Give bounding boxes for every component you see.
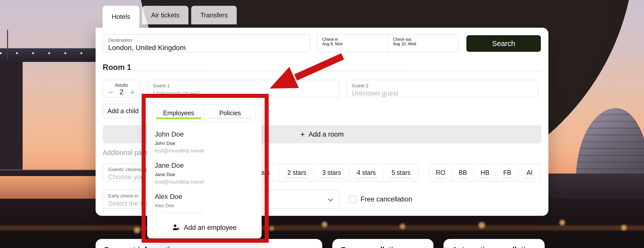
free-cancellation-card: Free cancellation [332, 239, 433, 248]
guest-1-field[interactable]: Guest 1 Unknown guest [147, 80, 340, 97]
filter-2-stars[interactable]: 2 stars [279, 164, 314, 181]
filter-label: BB [459, 169, 467, 176]
card-title: Automatic cancellation [452, 245, 536, 248]
check-in-field[interactable]: Check-in Aug 8, Mon [317, 35, 387, 52]
filter-label: AI [527, 169, 533, 176]
guest-picker-tabs: Employees Policies [153, 104, 256, 122]
list-item-employee[interactable]: Jane Doe Jane Doe test@roundtrip.travel [155, 161, 256, 185]
filter-label: HB [481, 169, 490, 176]
guest-2-field[interactable]: Guest 2 Unknown guest [346, 80, 538, 97]
filter-label: 5 stars [391, 169, 410, 176]
check-out-field[interactable]: Check-out Aug 10, Wed [387, 35, 458, 52]
active-tab-underline [156, 117, 201, 119]
filter-label: 2 stars [287, 169, 306, 176]
guest-picker-dropdown: Employees Policies John Doe John Doe tes… [147, 99, 262, 238]
destination-value: London, United Kingdom [108, 44, 305, 52]
inactive-tab-underline [209, 117, 251, 119]
board-filter-group: RO BB HB FB AI [429, 163, 541, 182]
add-person-icon [172, 224, 180, 231]
employee-full-name: John Doe [155, 140, 256, 146]
check-in-label: Check-in [322, 37, 382, 42]
filter-ro[interactable]: RO [430, 164, 451, 181]
room-title: Room 1 [103, 63, 131, 72]
add-room-label: Add a room [309, 131, 344, 138]
guest-1-placeholder: Unknown guest [153, 89, 334, 98]
filter-underline [525, 177, 535, 179]
filter-4-stars[interactable]: 4 stars [349, 164, 383, 181]
employee-name: Alex Doe [155, 193, 256, 201]
employee-list: John Doe John Doe test@roundtrip.travel … [155, 122, 256, 217]
employee-name: John Doe [155, 130, 256, 138]
tab-policies-label: Policies [219, 109, 241, 117]
room-divider [134, 70, 541, 71]
bridge-flag-mast [7, 30, 8, 65]
free-cancellation-label: Free cancellation [360, 195, 412, 203]
tab-air-tickets[interactable]: Air tickets [142, 6, 189, 24]
employee-name: Jane Doe [155, 161, 256, 170]
filter-underline [480, 177, 490, 179]
filter-underline [458, 177, 468, 179]
free-cancellation-checkbox[interactable] [348, 195, 356, 203]
payment-information-card: Payment information [96, 239, 322, 248]
filter-underline [320, 177, 343, 179]
employee-email: test@roundtrip.travel [155, 147, 256, 154]
employee-email: test@roundtrip.travel [155, 178, 256, 185]
tab-employees-label: Employees [163, 109, 194, 117]
filter-ai[interactable]: AI [518, 164, 540, 181]
automatic-cancellation-card: Automatic cancellation [444, 239, 545, 248]
filter-5-stars[interactable]: 5 stars [383, 164, 418, 181]
destination-label: Destination [108, 37, 305, 43]
check-out-label: Check-out [393, 37, 453, 42]
filter-hb[interactable]: HB [474, 164, 496, 181]
chevron-down-icon[interactable] [327, 196, 334, 203]
list-item-employee[interactable]: John Doe John Doe test@roundtrip.travel [155, 130, 256, 154]
plus-icon: + [300, 131, 305, 138]
destination-field[interactable]: Destination London, United Kingdom [103, 34, 310, 52]
guest-2-label: Guest 2 [352, 83, 533, 89]
filter-fb[interactable]: FB [496, 164, 518, 181]
card-title: Payment information [104, 245, 314, 248]
star-filter-group: No stars 2 stars 3 stars 4 stars 5 stars [236, 163, 419, 182]
add-child-button[interactable]: Add a child [103, 104, 143, 118]
tab-employees[interactable]: Employees [153, 105, 204, 121]
tab-hotels[interactable]: Hotels [103, 6, 139, 28]
check-out-value: Aug 10, Wed [393, 42, 453, 46]
filter-bb[interactable]: BB [451, 164, 473, 181]
list-item-employee[interactable]: Alex Doe Alex Doe test@roundtrip.travel [155, 193, 256, 216]
employee-email: test@roundtrip.travel [155, 210, 256, 216]
filter-underline [390, 177, 412, 179]
card-title: Free cancellation [341, 245, 425, 248]
filter-underline [502, 177, 512, 179]
minus-icon[interactable]: − [108, 88, 113, 96]
filter-label: 4 stars [357, 169, 376, 176]
guest-2-placeholder: Unknown guest [352, 89, 533, 98]
adults-count: 2 [119, 88, 124, 96]
booking-screen: Hotels Air tickets Transfers Destination… [0, 0, 644, 248]
dates-field: Check-in Aug 8, Mon Check-out Aug 10, We… [317, 34, 459, 52]
add-employee-label: Add an employee [184, 224, 236, 232]
filter-underline [435, 177, 446, 179]
product-tabs: Hotels Air tickets Transfers [103, 6, 237, 28]
filter-underline [355, 177, 378, 179]
employee-full-name: Alex Doe [155, 202, 256, 209]
filter-label: FB [503, 169, 511, 176]
filter-underline [286, 177, 308, 179]
filter-3-stars[interactable]: 3 stars [314, 164, 349, 181]
guest-1-label: Guest 1 [153, 83, 334, 89]
filter-label: 3 stars [322, 169, 341, 176]
filter-label: RO [436, 169, 445, 176]
add-employee-button[interactable]: Add an employee [147, 217, 262, 238]
search-button[interactable]: Search [466, 35, 541, 52]
free-cancellation-option: Free cancellation [348, 190, 412, 209]
employee-full-name: Jane Doe [155, 171, 256, 178]
tab-policies[interactable]: Policies [204, 105, 256, 121]
tab-transfers[interactable]: Transfers [191, 6, 237, 24]
plus-icon[interactable]: + [130, 88, 135, 96]
check-in-value: Aug 8, Mon [322, 42, 382, 46]
adults-stepper: Adults − 2 + [103, 80, 140, 97]
